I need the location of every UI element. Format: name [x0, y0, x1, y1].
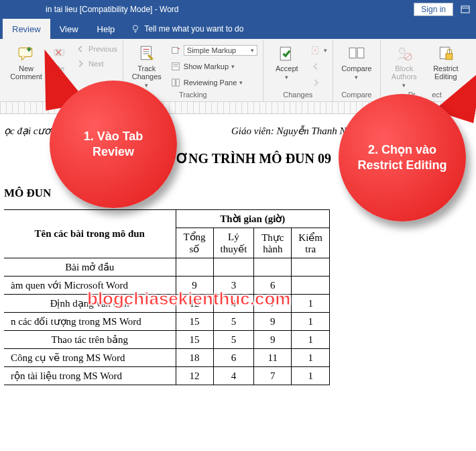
markup-mode-select[interactable]: Simple Markup▾ [169, 43, 259, 58]
new-comment-label: New Comment [10, 64, 42, 81]
svg-rect-21 [176, 79, 179, 87]
svg-rect-26 [349, 48, 356, 58]
group-label-changes: Changes [267, 91, 329, 100]
table-row: rộn tài liệu trong MS Word12471 [4, 367, 330, 385]
compare-button[interactable]: Compare ▾ [337, 42, 376, 81]
chevron-down-icon: ▾ [355, 74, 358, 81]
table-row: n các đối tượng trong MS Word15591 [4, 313, 330, 331]
reviewing-pane-icon [170, 77, 181, 88]
table-row: Công cụ vẽ trong MS Word186111 [4, 349, 330, 367]
svg-rect-27 [357, 48, 364, 58]
table-row: Bài mở đầu [4, 258, 330, 277]
group-label-compare: Compare [337, 91, 376, 100]
th-practice: Thực hành [254, 228, 292, 258]
chevron-down-icon: ▾ [231, 63, 235, 70]
svg-rect-0 [461, 6, 469, 13]
reject-icon [310, 45, 321, 56]
block-authors-icon [395, 44, 414, 63]
svg-line-30 [406, 54, 410, 59]
chevron-down-icon: ▾ [402, 82, 406, 89]
ribbon-options-icon[interactable] [460, 4, 471, 15]
th-time: Thời gian (giờ) [176, 210, 330, 228]
table-row: Thao tác trên bảng15591 [4, 331, 330, 349]
previous-change-button[interactable] [309, 59, 329, 74]
previous-change-icon [310, 61, 321, 72]
block-authors-button[interactable]: Block Authors ▾ [385, 42, 424, 89]
lightbulb-icon [131, 24, 140, 34]
comment-new-icon [17, 44, 36, 63]
ribbon-tab-bar: Review View Help Tell me what you want t… [0, 19, 476, 39]
th-name: Tên các bài trong mô đun [4, 210, 176, 258]
compare-icon [347, 44, 366, 63]
markup-icon [170, 45, 181, 56]
tab-help[interactable]: Help [88, 19, 125, 39]
svg-rect-15 [172, 48, 178, 54]
title-bar: in tai lieu [Compatibility Mode] - Word … [0, 0, 476, 19]
annotation-callout-1: 1. Vào Tab Review [50, 81, 177, 208]
reject-button[interactable]: ▾ [309, 43, 329, 58]
table-row: àm quen với Microsoft Word936 [4, 277, 330, 295]
accept-button[interactable]: Accept ▾ [267, 42, 306, 81]
content-table: Tên các bài trong mô đun Thời gian (giờ)… [4, 209, 330, 385]
track-changes-icon [137, 44, 156, 63]
chevron-down-icon: ▾ [239, 79, 243, 86]
previous-comment-button[interactable]: Previous [74, 42, 119, 56]
doc-header-right: Giáo viên: Nguyễn Thanh Ng [231, 125, 351, 137]
annotation-callout-2: 2. Chọn vào Restrict Editing [339, 94, 466, 221]
svg-point-28 [399, 48, 405, 54]
sign-in-button[interactable]: Sign in [414, 3, 453, 16]
chevron-down-icon: ▾ [285, 74, 288, 81]
th-test: Kiểm tra [292, 228, 330, 258]
window-title: in tai lieu [Compatibility Mode] - Word [46, 5, 179, 14]
tab-review[interactable]: Review [3, 19, 50, 39]
svg-point-2 [133, 26, 138, 30]
next-change-icon [310, 77, 321, 88]
accept-icon [278, 44, 296, 63]
svg-rect-22 [280, 47, 290, 60]
group-changes: Accept ▾ ▾ Changes [263, 40, 333, 101]
show-markup-icon [170, 61, 181, 72]
table-row: Định dạng văn bản12471 [4, 295, 330, 313]
show-markup-button[interactable]: Show Markup ▾ [169, 59, 259, 74]
track-changes-button[interactable]: Track Changes ▾ [127, 42, 166, 89]
reviewing-pane-button[interactable]: Reviewing Pane ▾ [169, 75, 259, 90]
chevron-down-icon: ▾ [145, 82, 148, 89]
th-theory: Lý thuyết [213, 228, 254, 258]
chevron-down-icon: ▾ [251, 47, 254, 54]
svg-rect-32 [446, 54, 453, 60]
tab-view[interactable]: View [50, 19, 88, 39]
th-total: Tổng số [176, 228, 213, 258]
group-compare: Compare ▾ Compare [333, 40, 381, 101]
svg-rect-20 [172, 79, 175, 87]
next-change-button[interactable] [309, 75, 329, 90]
tell-me-search[interactable]: Tell me what you want to do [124, 19, 250, 39]
